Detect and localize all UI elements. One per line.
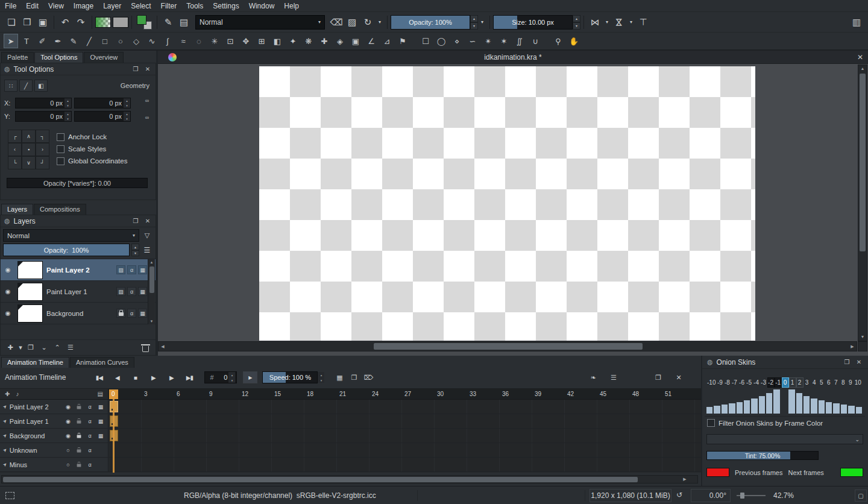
spin-down-icon[interactable]: ▾ [470,22,478,30]
width-spinner[interactable]: ▴▾ [124,98,130,108]
inherit-alpha-icon[interactable]: α [86,404,94,410]
onion-frame-number[interactable]: -7 [731,377,738,388]
pin-layer-icon[interactable]: ✚ [5,391,10,397]
tab-animation-curves[interactable]: Animation Curves [70,357,134,368]
lock-icon[interactable] [75,404,83,409]
spin-up-icon[interactable]: ▴ [470,15,478,22]
link-icon[interactable]: ∞ [142,115,152,121]
width-field[interactable]: 0 px ▴▾ [74,98,131,109]
audio-icon[interactable]: ♪ [16,391,19,397]
timeline-frame-label[interactable]: 15 [271,389,304,399]
canvas-horizontal-scrollbar[interactable]: ◀ ▶ [158,341,857,351]
onion-frame-number[interactable]: 5 [818,377,825,388]
pan-tool[interactable]: ✋ [567,34,581,48]
float-docker-button[interactable]: ❐ [131,66,140,72]
move-layer-down-button[interactable]: ⌄ [38,342,50,354]
lock-icon[interactable] [119,312,124,316]
enclose-fill-tool[interactable]: ▣ [348,34,363,48]
play-button[interactable]: ▶ [144,371,162,384]
brush-size-slider[interactable]: Size: 10.00 px [493,15,573,30]
next-frame-button[interactable]: ▶ [162,371,180,384]
close-docker-button[interactable]: ✕ [143,218,152,224]
frame-color-filter-expander[interactable]: ⌄ [706,434,863,444]
blending-mode-combo[interactable]: Normal ▾ [195,15,325,30]
scrollbar-thumb[interactable] [3,477,638,482]
onion-opacity-bar[interactable] [744,400,750,414]
tab-compositions[interactable]: Compositions [34,204,86,215]
text-tool[interactable]: T [19,34,34,48]
selection-display-icon[interactable] [5,492,14,499]
timeline-frame-label[interactable]: 9 [206,389,239,399]
layer-row[interactable]: ◉ Paint Layer 2 ▨ α ▦ [1,259,156,281]
onion-opacity-bar[interactable] [751,398,757,414]
checkbox-box[interactable] [57,157,64,165]
frame-color-icon[interactable]: ▦ [96,404,105,410]
lock-icon[interactable] [75,462,83,467]
scroll-up-icon[interactable]: ▲ [150,259,154,265]
onion-opacity-bar[interactable] [788,389,794,414]
preserve-alpha-toggle[interactable]: ▨ [344,14,360,30]
layer-options-menu-button[interactable]: ☰ [141,246,153,254]
y-spinner[interactable]: ▴▾ [64,112,71,121]
previous-frame-button[interactable]: ◀ [108,371,126,384]
onion-opacity-bar[interactable] [819,400,825,414]
layer-opacity-spinner[interactable]: ▴▾ [131,244,139,256]
scroll-right-icon[interactable]: ▶ [681,477,689,482]
onion-frame-number[interactable]: 10 [854,377,862,388]
layer-visibility-toggle[interactable]: ◉ [2,288,14,295]
onion-frame-number[interactable]: 6 [825,377,832,388]
calligraphy-tool[interactable]: ✒ [51,34,65,48]
layer-row[interactable]: ◉ Paint Layer 1 ▨ α ▦ [1,281,156,303]
move-layer-up-button[interactable]: ⌃ [51,342,63,354]
canvas-only-button[interactable]: ▢ [855,490,867,502]
anchor-cell[interactable]: ▪ [22,143,36,156]
onion-opacity-bar[interactable] [804,396,810,414]
onion-frame-number[interactable]: -8 [723,377,731,388]
canvas-vertical-scrollbar[interactable]: ▲ ▼ [858,65,867,341]
skip-to-start-button[interactable]: ▮◀ [90,371,108,384]
anchor-lock-checkbox[interactable]: Anchor Lock [57,131,127,143]
previous-frames-color-swatch[interactable] [706,468,729,477]
timeline-frame-label[interactable]: 30 [434,389,467,399]
bezier-select-tool[interactable]: ∬ [512,34,527,48]
scrollbar-thumb[interactable] [149,266,154,293]
onion-opacity-bar[interactable] [706,407,712,414]
checkbox-box[interactable] [707,419,715,427]
onion-opacity-bar[interactable] [773,389,779,414]
lock-icon[interactable] [75,418,83,424]
layer-visibility-toggle[interactable]: ◉ [64,433,72,439]
crop-tool[interactable]: ⊞ [254,34,269,48]
layer-visibility-toggle[interactable]: ○ [64,447,72,453]
multibrush-tool[interactable]: ✳ [207,34,222,48]
timeline-layer-row[interactable]: ➤ Unknown ◉ ○ α ▦ [0,443,701,458]
filter-onion-skins-checkbox[interactable]: Filter Onion Skins by Frame Color [707,419,823,427]
timeline-settings-icon[interactable]: ▤ [98,391,103,397]
freehand-path-tool[interactable]: ≈ [176,34,190,48]
tab-overview[interactable]: Overview [84,52,124,63]
scroll-down-icon[interactable]: ▼ [861,333,865,341]
onion-opacity-bar[interactable] [856,407,862,414]
mirror-vertical-button[interactable]: ⋈ [611,14,627,30]
anchor-cell[interactable]: ┌ [8,130,22,143]
spin-down-icon[interactable]: ▾ [573,22,580,30]
timeline-layer-row[interactable]: ➤ Paint Layer 2 ◉ ○ α ▦ [0,400,701,414]
layer-properties-button[interactable]: ☰ [64,342,77,354]
close-docker-button[interactable]: ✕ [855,359,863,365]
timeline-frame-label[interactable]: 45 [597,389,629,399]
layer-visibility-toggle[interactable]: ◉ [2,266,14,273]
timeline-layer-label[interactable]: ➤ Paint Layer 1 ◉ ○ α ▦ [0,414,108,428]
inherit-alpha-icon[interactable]: α [127,309,136,318]
timeline-frame-track[interactable] [108,429,701,443]
anchor-cell[interactable]: ∨ [22,156,36,169]
gradient-chooser[interactable] [95,17,111,28]
pattern-edit-tool[interactable]: ❋ [301,34,316,48]
frame-color-icon[interactable]: ▦ [96,418,105,424]
timeline-frame-label[interactable]: 6 [174,389,206,399]
menu-tools[interactable]: Tools [181,2,208,10]
workspace-chooser-button[interactable]: ▥ [849,14,864,30]
spin-up-icon[interactable]: ▴ [573,15,580,22]
reference-images-tool[interactable]: ⚑ [395,34,410,48]
transform-tool[interactable]: ⊡ [223,34,237,48]
tint-slider[interactable]: Tint: 75.00% [706,451,819,460]
menu-image[interactable]: Image [69,2,98,10]
